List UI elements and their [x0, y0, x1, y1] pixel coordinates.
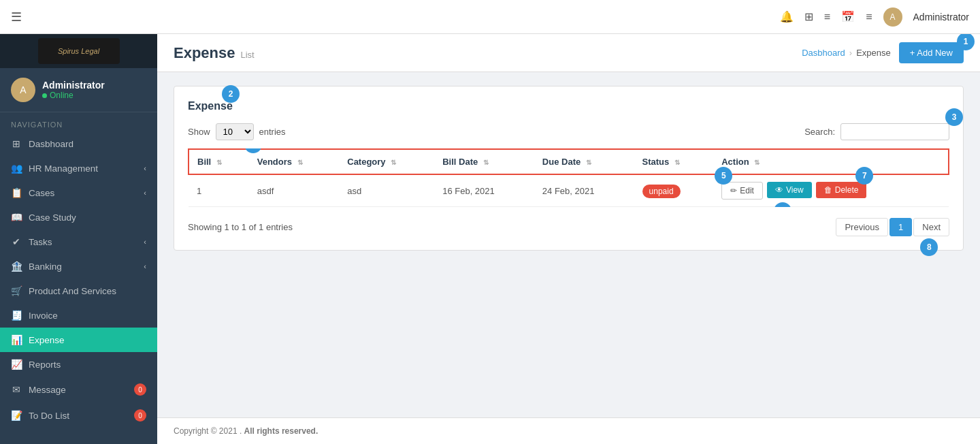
hamburger-icon[interactable]: ☰: [11, 10, 22, 25]
search-input[interactable]: [840, 123, 949, 140]
list-icon[interactable]: ≡: [824, 11, 830, 23]
sidebar-item-hr-management[interactable]: 👥 HR Management ‹: [0, 156, 157, 180]
sidebar-item-tasks[interactable]: ✔ Tasks ‹: [0, 229, 157, 254]
sidebar-item-label: Case Study: [29, 212, 76, 223]
copyright-text: Copyright © 2021 .: [174, 426, 242, 436]
sidebar-item-label: Tasks: [29, 237, 52, 247]
col-bill-label: Bill: [197, 157, 211, 167]
calendar-icon[interactable]: 📅: [841, 10, 855, 23]
footer: Copyright © 2021 . All rights reserved.: [157, 417, 980, 444]
chevron-icon: ‹: [144, 164, 146, 172]
trash-icon: 🗑: [824, 185, 832, 195]
reports-icon: 📈: [11, 359, 22, 370]
case-study-icon: 📖: [11, 212, 22, 223]
navbar-left: ☰: [11, 10, 22, 25]
page-title-sub: List: [241, 50, 255, 60]
delete-button[interactable]: 🗑 Delete: [816, 182, 867, 198]
sort-icon[interactable]: ⇅: [216, 159, 222, 166]
annotation-bubble-8: 8: [920, 238, 938, 256]
sidebar-item-label: Cases: [29, 188, 54, 198]
expense-table-wrapper: Bill ⇅ Vendors ⇅ Category ⇅: [188, 148, 949, 207]
sidebar-item-product-and-services[interactable]: 🛒 Product And Services: [0, 279, 157, 303]
edit-button[interactable]: ✏ Edit: [721, 182, 763, 200]
status-badge: unpaid: [642, 185, 681, 198]
entries-select[interactable]: 10 25 50 100: [216, 123, 254, 140]
breadcrumb-home[interactable]: Dasbhoard: [802, 48, 845, 58]
online-status: Online: [50, 91, 74, 100]
message-icon: ✉: [11, 384, 22, 395]
breadcrumb: Dasbhoard › Expense: [802, 48, 891, 58]
todo-icon: 📝: [11, 410, 22, 421]
search-control: Search: 3: [804, 123, 949, 140]
chevron-icon: ‹: [144, 189, 146, 197]
user-info: Administrator Online: [42, 80, 105, 100]
sort-icon[interactable]: ⇅: [297, 159, 303, 166]
sidebar-item-todo-list[interactable]: 📝 To Do List 0: [0, 402, 157, 428]
col-bill-date-label: Bill Date: [442, 157, 478, 167]
sort-icon[interactable]: ⇅: [391, 159, 396, 166]
avatar: A: [883, 7, 902, 27]
pagination-info: Showing 1 to 1 of 1 entries: [188, 222, 293, 232]
view-button[interactable]: 👁 View: [767, 182, 812, 198]
page-title-main: Expense: [174, 44, 235, 62]
cell-category: asd: [339, 174, 434, 207]
sort-icon[interactable]: ⇅: [586, 159, 591, 166]
sidebar-item-banking[interactable]: 🏦 Banking ‹: [0, 254, 157, 279]
sidebar-item-label: HR Management: [29, 163, 98, 174]
cell-status: unpaid: [634, 174, 714, 207]
username-label: Administrator: [42, 80, 105, 91]
next-button[interactable]: Next: [913, 218, 949, 236]
todo-badge: 0: [134, 409, 146, 422]
sidebar-item-reports[interactable]: 📈 Reports: [0, 352, 157, 377]
nav-section-label: Navigation: [0, 112, 157, 131]
previous-button[interactable]: Previous: [836, 218, 888, 236]
col-action-label: Action: [721, 157, 749, 167]
col-bill-date: Bill Date ⇅: [434, 149, 534, 174]
col-action: Action ⇅: [713, 149, 949, 174]
sort-icon[interactable]: ⇅: [674, 159, 680, 166]
eye-icon: 👁: [775, 185, 783, 195]
main-layout: Spirus Legal A Administrator Online Navi…: [0, 34, 980, 444]
add-new-button[interactable]: + Add New: [899, 42, 964, 63]
status-label: Online: [42, 91, 105, 100]
sidebar-item-label: Dasbhoard: [29, 139, 74, 149]
sidebar-item-message[interactable]: ✉ Message 0: [0, 377, 157, 402]
chevron-icon: ‹: [144, 262, 146, 270]
tasks-icon: ✔: [11, 236, 22, 247]
page-title: Expense List: [174, 44, 255, 62]
grid-icon[interactable]: ⊞: [804, 10, 813, 23]
cell-bill-date: 16 Feb, 2021: [434, 174, 534, 207]
top-navbar: ☰ 🔔 ⊞ ≡ 📅 ≡ A Administrator: [0, 0, 980, 34]
sort-icon[interactable]: ⇅: [483, 159, 489, 166]
edit-icon: ✏: [730, 186, 737, 195]
chevron-icon: ‹: [144, 238, 146, 246]
sidebar-item-expense[interactable]: 📊 Expense: [0, 328, 157, 352]
sidebar-item-dashboard[interactable]: ⊞ Dasbhoard: [0, 131, 157, 156]
pagination-row: Showing 1 to 1 of 1 entries Previous 1 N…: [188, 218, 949, 236]
page-header: Expense List Dasbhoard › Expense + Add N…: [157, 34, 980, 72]
sidebar-item-invoice[interactable]: 🧾 Invoice: [0, 303, 157, 328]
sidebar-item-label: Expense: [29, 335, 65, 345]
sidebar-item-label: Invoice: [29, 311, 58, 321]
navbar-right: 🔔 ⊞ ≡ 📅 ≡ A Administrator: [780, 7, 969, 27]
card-title: Expense: [188, 100, 233, 112]
dashboard-icon: ⊞: [11, 138, 22, 149]
page-content: Expense 2 Show 10 25 50 100 entries: [157, 72, 980, 417]
page-1-button[interactable]: 1: [889, 218, 912, 236]
products-icon: 🛒: [11, 285, 22, 296]
sort-icon[interactable]: ⇅: [754, 159, 760, 166]
sidebar: Spirus Legal A Administrator Online Navi…: [0, 34, 157, 444]
notification-icon[interactable]: 🔔: [780, 10, 794, 23]
col-due-date: Due Date ⇅: [534, 149, 634, 174]
content-area: Expense List Dasbhoard › Expense + Add N…: [157, 34, 980, 444]
breadcrumb-separator: ›: [849, 48, 852, 58]
col-category-label: Category: [347, 157, 385, 167]
sidebar-item-case-study[interactable]: 📖 Case Study: [0, 205, 157, 229]
sidebar-logo: Spirus Legal: [0, 34, 157, 68]
logo-text: Spirus Legal: [38, 38, 120, 64]
entries-label: entries: [259, 127, 286, 137]
sidebar-item-cases[interactable]: 📋 Cases ‹: [0, 180, 157, 205]
sidebar-item-label: Reports: [29, 360, 61, 370]
rights-text: All rights reserved.: [244, 426, 318, 436]
menu-icon[interactable]: ≡: [866, 11, 872, 23]
